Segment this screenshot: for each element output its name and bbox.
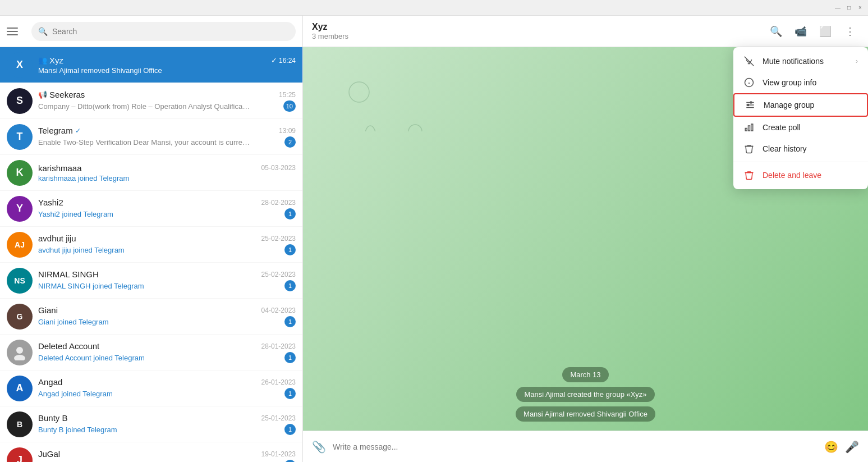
chat-item-seekeras[interactable]: S📢 Seekeras15:25Company – Ditto(work fro… <box>0 83 302 119</box>
chat-item-xyz[interactable]: X👥 Xyz✓ 16:24Mansi Ajimal removed Shivan… <box>0 47 302 83</box>
megaphone-icon: 📢 <box>38 90 47 99</box>
chat-time-jugal: 19-01-2023 <box>261 450 296 458</box>
titlebar: — □ × <box>0 0 868 16</box>
maximize-btn[interactable]: □ <box>846 4 852 11</box>
chat-item-avdhut-jiju[interactable]: AJavdhut jiju25-02-2023avdhut jiju joine… <box>0 227 302 263</box>
chat-item-angad[interactable]: AAngad26-01-2023Angad joined Telegram1 <box>0 370 302 406</box>
message-input[interactable] <box>333 437 818 457</box>
avatar-telegram: T <box>7 124 33 150</box>
sidebar: 🔍 X👥 Xyz✓ 16:24Mansi Ajimal removed Shiv… <box>0 16 303 462</box>
chat-time-deleted-account: 28-01-2023 <box>261 342 296 350</box>
chat-item-giani[interactable]: GGiani04-02-2023Giani joined Telegram1 <box>0 299 302 335</box>
search-input[interactable] <box>52 27 289 36</box>
menu-label-clear-history: Clear history <box>763 144 807 153</box>
badge-yashi2: 1 <box>284 208 296 219</box>
chat-time-angad: 26-01-2023 <box>261 378 296 386</box>
badge-nirmal-singh: 1 <box>284 280 296 291</box>
chat-time-telegram: 13:09 <box>279 127 296 135</box>
svg-point-0 <box>16 347 23 354</box>
app: 🔍 X👥 Xyz✓ 16:24Mansi Ajimal removed Shiv… <box>0 16 868 462</box>
chat-item-yashi2[interactable]: YYashi228-02-2023Yashi2 joined Telegram1 <box>0 191 302 227</box>
chat-name-seekeras: 📢 Seekeras <box>38 90 85 99</box>
menu-icon-mute <box>743 56 755 66</box>
menu-item-manage-group[interactable]: Manage group <box>733 93 868 117</box>
chat-content-yashi2: Yashi228-02-2023Yashi2 joined Telegram1 <box>38 198 296 219</box>
attach-button[interactable]: 📎 <box>312 440 326 454</box>
chat-list: X👥 Xyz✓ 16:24Mansi Ajimal removed Shivan… <box>0 47 302 462</box>
badge-avdhut-jiju: 1 <box>284 244 296 255</box>
chat-preview-angad: Angad joined Telegram <box>38 390 113 398</box>
date-divider: March 13 <box>562 367 608 382</box>
menu-divider <box>733 162 868 162</box>
chat-header-info: Xyz 3 members <box>312 22 348 40</box>
chat-item-nirmal-singh[interactable]: NSNIRMAL SINGH25-02-2023NIRMAL SINGH joi… <box>0 263 302 299</box>
menu-label-mute: Mute notifications <box>763 57 824 66</box>
menu-icon-manage-group <box>745 100 756 110</box>
check-icon: ✓ <box>271 56 277 65</box>
chat-preview-telegram: Enable Two-Step Verification Dear Mansi,… <box>38 138 251 147</box>
svg-point-30 <box>747 104 749 106</box>
menu-icon-delete-leave <box>743 170 755 180</box>
menu-item-create-poll[interactable]: Create poll <box>733 117 868 138</box>
emoji-button[interactable]: 😊 <box>824 440 838 454</box>
close-btn[interactable]: × <box>857 4 864 11</box>
search-icon: 🔍 <box>38 27 48 36</box>
chat-name-giani: Giani <box>38 305 58 315</box>
view-toggle-button[interactable]: ⬜ <box>816 22 834 40</box>
chat-name-yashi2: Yashi2 <box>38 198 63 207</box>
chat-preview-avdhut-jiju: avdhut jiju joined Telegram <box>38 246 125 254</box>
menu-item-mute[interactable]: Mute notifications› <box>733 51 868 72</box>
chat-item-deleted-account[interactable]: Deleted Account28-01-2023Deleted Account… <box>0 335 302 370</box>
search-chat-button[interactable]: 🔍 <box>767 22 785 40</box>
menu-item-delete-leave[interactable]: Delete and leave <box>733 164 868 186</box>
menu-label-manage-group: Manage group <box>764 100 814 109</box>
input-bar: 📎 😊 🎤 <box>303 431 868 462</box>
main-chat: Xyz 3 members 🔍 📹 ⬜ ⋮ <box>303 16 868 462</box>
avatar-bunty-b: B <box>7 411 33 437</box>
chat-name-bunty-b: Bunty B <box>38 413 68 423</box>
avatar-xyz: X <box>7 52 33 78</box>
chat-name-nirmal-singh: NIRMAL SINGH <box>38 269 99 279</box>
more-options-button[interactable]: ⋮ <box>841 22 859 40</box>
menu-item-view-group-info[interactable]: View group info <box>733 72 868 93</box>
messages-area: March 13Mansi Ajimal created the group «… <box>303 358 868 431</box>
chat-content-karishmaaa: karishmaaa05-03-2023karishmaaa joined Te… <box>38 163 296 182</box>
avatar-avdhut-jiju: AJ <box>7 232 33 258</box>
chat-name-jugal: JuGal <box>38 449 60 459</box>
menu-item-clear-history[interactable]: Clear history <box>733 138 868 159</box>
chat-name-angad: Angad <box>38 377 62 387</box>
chat-time-avdhut-jiju: 25-02-2023 <box>261 235 296 243</box>
avatar-karishmaaa: K <box>7 160 33 186</box>
badge-seekeras: 10 <box>283 100 296 112</box>
avatar-seekeras: S <box>7 88 33 114</box>
avatar-nirmal-singh: NS <box>7 268 33 294</box>
svg-point-31 <box>750 102 752 103</box>
chat-name-telegram: Telegram ✓ <box>38 126 81 135</box>
menu-label-create-poll: Create poll <box>763 123 801 132</box>
chat-item-bunty-b[interactable]: BBunty B25-01-2023Bunty B joined Telegra… <box>0 406 302 442</box>
header-actions: 🔍 📹 ⬜ ⋮ <box>767 22 859 40</box>
sidebar-header: 🔍 <box>0 16 302 47</box>
menu-button[interactable] <box>7 22 25 40</box>
badge-telegram: 2 <box>284 136 296 148</box>
menu-label-view-group-info: View group info <box>763 78 816 87</box>
chat-preview-xyz: Mansi Ajimal removed Shivangii Office <box>38 66 162 75</box>
chat-preview-karishmaaa: karishmaaa joined Telegram <box>38 174 129 182</box>
chat-item-karishmaaa[interactable]: Kkarishmaaa05-03-2023karishmaaa joined T… <box>0 155 302 191</box>
chat-item-telegram[interactable]: TTelegram ✓13:09Enable Two-Step Verifica… <box>0 119 302 155</box>
video-call-button[interactable]: 📹 <box>792 22 810 40</box>
send-button[interactable]: 🎤 <box>845 440 859 454</box>
chat-name-deleted-account: Deleted Account <box>38 341 99 351</box>
badge-deleted-account: 1 <box>284 352 296 363</box>
chat-content-avdhut-jiju: avdhut jiju25-02-2023avdhut jiju joined … <box>38 234 296 255</box>
svg-point-19 <box>365 126 376 131</box>
search-box[interactable]: 🔍 <box>31 22 296 41</box>
chat-time-xyz: ✓ 16:24 <box>271 56 296 65</box>
badge-bunty-b: 1 <box>284 424 296 435</box>
background-pattern <box>303 47 471 131</box>
system-message: Mansi Ajimal created the group «Xyz» <box>516 387 654 402</box>
chat-header: Xyz 3 members 🔍 📹 ⬜ ⋮ <box>303 16 868 47</box>
context-menu: Mute notifications›View group infoManage… <box>733 47 868 189</box>
minimize-btn[interactable]: — <box>834 4 841 11</box>
chat-item-jugal[interactable]: JJuGal19-01-2023JuGal joined Telegram1 <box>0 442 302 462</box>
